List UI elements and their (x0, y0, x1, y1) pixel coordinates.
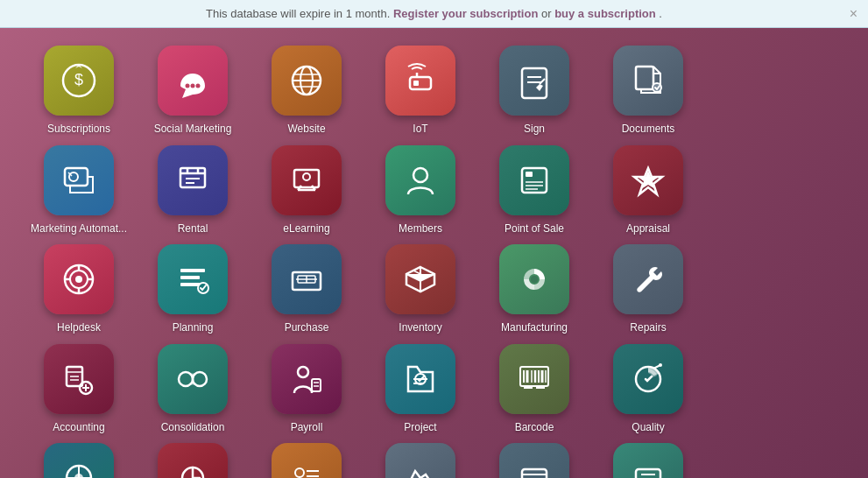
apps-row-2: Marketing Automat... Rental (26, 145, 842, 236)
quality-icon (613, 344, 683, 414)
app-quality[interactable]: Quality (596, 344, 701, 435)
rental-label: Rental (178, 222, 208, 236)
svg-point-39 (75, 276, 82, 283)
svg-rect-11 (413, 81, 419, 86)
app-sign[interactable]: Sign (482, 46, 587, 137)
svg-point-31 (413, 168, 427, 182)
app-appraisal[interactable]: Appraisal (596, 145, 701, 236)
apps-row-5 (26, 443, 842, 478)
inventory-icon (385, 244, 455, 314)
elearning-icon (272, 145, 342, 215)
app-project[interactable]: Project (368, 344, 473, 435)
social-marketing-icon (158, 46, 228, 116)
iot-icon (385, 46, 455, 116)
app-members[interactable]: Members (368, 145, 473, 236)
app-row5-3[interactable] (254, 443, 359, 478)
banner-text: This database will expire in 1 month. Re… (206, 7, 662, 20)
svg-text:$: $ (74, 71, 83, 88)
app-elearning[interactable]: eLearning (254, 145, 359, 236)
subscriptions-label: Subscriptions (47, 123, 110, 137)
documents-label: Documents (622, 123, 675, 137)
payroll-icon (272, 344, 342, 414)
iot-label: IoT (413, 123, 427, 137)
app-helpdesk[interactable]: Helpdesk (26, 244, 131, 335)
manufacturing-icon (499, 244, 569, 314)
repairs-icon (613, 244, 683, 314)
app-consolidation[interactable]: Consolidation (140, 344, 245, 435)
app-iot[interactable]: IoT (368, 46, 473, 137)
manufacturing-label: Manufacturing (501, 321, 568, 335)
helpdesk-label: Helpdesk (57, 321, 101, 335)
app-rental[interactable]: Rental (140, 145, 245, 236)
app-row5-2[interactable] (140, 443, 245, 478)
purchase-icon (272, 244, 342, 314)
planning-icon (158, 244, 228, 314)
app-row5-5-icon (499, 443, 569, 478)
barcode-icon (499, 344, 569, 414)
svg-rect-19 (65, 168, 88, 186)
app-barcode[interactable]: Barcode (482, 344, 587, 435)
apps-row-3: Helpdesk Planning (26, 244, 842, 335)
app-row5-4-icon (385, 443, 455, 478)
appraisal-label: Appraisal (626, 222, 670, 236)
svg-point-79 (295, 468, 304, 477)
members-label: Members (399, 222, 442, 236)
app-subscriptions[interactable]: $ Subscriptions (26, 46, 131, 137)
app-row5-4[interactable] (368, 443, 473, 478)
svg-rect-41 (180, 276, 200, 279)
apps-row-1: $ Subscriptions Social Marketing (26, 46, 842, 137)
website-icon (272, 46, 342, 116)
app-website[interactable]: Website (254, 46, 359, 137)
svg-point-75 (659, 363, 662, 367)
app-payroll[interactable]: Payroll (254, 344, 359, 435)
app-planning[interactable]: Planning (140, 244, 245, 335)
rental-icon (158, 145, 228, 215)
app-documents[interactable]: Documents (596, 46, 701, 137)
svg-rect-40 (180, 269, 205, 272)
svg-point-4 (196, 84, 201, 88)
app-row5-6[interactable] (596, 443, 701, 478)
app-inventory[interactable]: Inventory (368, 244, 473, 335)
close-banner-button[interactable]: × (850, 7, 857, 21)
apps-row-4: Accounting Consolidation (26, 344, 842, 435)
svg-rect-17 (636, 67, 653, 89)
svg-point-48 (531, 276, 538, 283)
app-row5-1[interactable] (26, 443, 131, 478)
app-marketing-automation[interactable]: Marketing Automat... (26, 145, 131, 236)
svg-point-3 (191, 84, 195, 88)
purchase-label: Purchase (285, 321, 329, 335)
app-manufacturing[interactable]: Manufacturing (482, 244, 587, 335)
app-repairs[interactable]: Repairs (596, 244, 701, 335)
svg-point-18 (653, 83, 661, 92)
svg-rect-59 (312, 379, 321, 391)
subscriptions-icon: $ (44, 46, 114, 116)
planning-label: Planning (173, 321, 214, 335)
app-row5-3-icon (272, 443, 342, 478)
accounting-icon (44, 344, 114, 414)
elearning-label: eLearning (283, 222, 329, 236)
apps-grid: $ Subscriptions Social Marketing (0, 28, 868, 478)
barcode-label: Barcode (515, 421, 554, 435)
appraisal-icon (613, 145, 683, 215)
svg-rect-33 (526, 172, 533, 177)
repairs-label: Repairs (630, 321, 666, 335)
app-accounting[interactable]: Accounting (26, 344, 131, 435)
register-link[interactable]: Register your subscription (393, 7, 538, 20)
consolidation-icon (158, 344, 228, 414)
app-point-of-sale[interactable]: Point of Sale (482, 145, 587, 236)
project-label: Project (404, 421, 436, 435)
sign-icon (499, 46, 569, 116)
buy-link[interactable]: buy a subscription (554, 7, 656, 20)
app-social-marketing[interactable]: Social Marketing (140, 46, 245, 137)
members-icon (385, 145, 455, 215)
marketing-automation-icon (44, 145, 114, 215)
documents-icon (613, 46, 683, 116)
accounting-label: Accounting (53, 421, 104, 435)
svg-rect-85 (522, 469, 547, 478)
marketing-automation-label: Marketing Automat... (31, 222, 127, 236)
app-row5-5[interactable] (482, 443, 587, 478)
helpdesk-icon (44, 244, 114, 314)
website-label: Website (287, 123, 325, 137)
app-purchase[interactable]: Purchase (254, 244, 359, 335)
svg-point-58 (298, 367, 308, 377)
